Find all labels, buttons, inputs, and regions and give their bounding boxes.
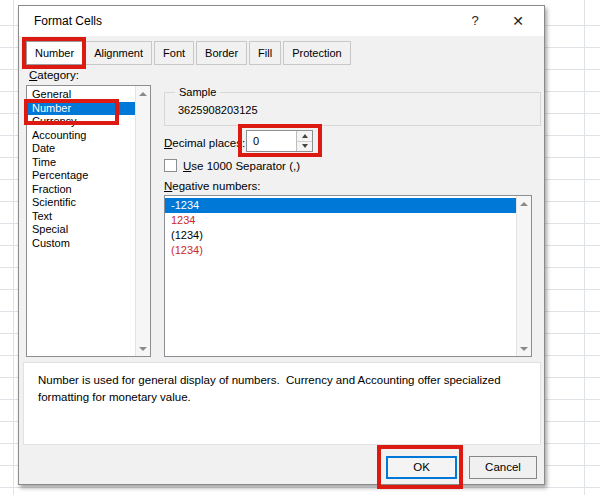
category-scrollbar[interactable] — [135, 86, 150, 356]
sample-label: Sample — [175, 86, 220, 98]
use-1000-separator-label: Use 1000 Separator (,) — [183, 160, 300, 172]
scroll-down-icon[interactable] — [517, 341, 531, 356]
category-item[interactable]: Accounting — [27, 129, 135, 143]
scroll-down-icon[interactable] — [136, 341, 150, 356]
spinner-down-icon[interactable] — [297, 141, 312, 152]
use-1000-separator-row: Use 1000 Separator (,) — [164, 159, 300, 172]
category-item[interactable]: Number — [27, 102, 135, 116]
category-item[interactable]: Percentage — [27, 169, 135, 183]
category-item[interactable]: Fraction — [27, 183, 135, 197]
sample-value: 3625908203125 — [178, 104, 258, 116]
tab-bar: NumberAlignmentFontBorderFillProtection — [26, 41, 353, 65]
negative-number-option[interactable]: 1234 — [165, 213, 516, 228]
category-item[interactable]: Time — [27, 156, 135, 170]
category-item[interactable]: General — [27, 88, 135, 102]
category-item[interactable]: Custom — [27, 237, 135, 251]
category-description: Number is used for general display of nu… — [23, 362, 541, 445]
negative-numbers-scrollbar[interactable] — [516, 196, 531, 356]
category-listbox: GeneralNumberCurrencyAccountingDateTimeP… — [26, 85, 151, 357]
decimal-places-input[interactable]: 0 — [246, 130, 313, 152]
category-label: Category: — [29, 69, 79, 81]
category-item[interactable]: Date — [27, 142, 135, 156]
decimal-places-value: 0 — [253, 131, 259, 151]
sample-groupbox: Sample 3625908203125 — [164, 92, 541, 126]
ok-button[interactable]: OK — [386, 456, 457, 479]
close-icon[interactable]: ✕ — [504, 6, 532, 36]
category-item[interactable]: Scientific — [27, 196, 135, 210]
format-cells-dialog: Format Cells ? ✕ NumberAlignmentFontBord… — [18, 5, 545, 485]
tab[interactable]: Protection — [283, 41, 351, 65]
category-item[interactable]: Special — [27, 223, 135, 237]
negative-numbers-listbox: -12341234(1234)(1234) — [164, 195, 532, 357]
dialog-title: Format Cells — [34, 6, 102, 36]
tab[interactable]: Border — [196, 41, 247, 65]
tab[interactable]: Fill — [249, 41, 281, 65]
dialog-titlebar: Format Cells ? ✕ — [19, 6, 544, 36]
scroll-up-icon[interactable] — [517, 196, 531, 211]
use-1000-separator-checkbox[interactable] — [164, 159, 177, 172]
spinner-up-icon[interactable] — [297, 131, 312, 141]
negative-number-option[interactable]: (1234) — [165, 243, 516, 258]
tab[interactable]: Alignment — [85, 41, 152, 65]
negative-number-option[interactable]: (1234) — [165, 228, 516, 243]
help-icon[interactable]: ? — [463, 6, 487, 36]
negative-number-option[interactable]: -1234 — [165, 198, 516, 213]
scroll-up-icon[interactable] — [136, 86, 150, 101]
tab[interactable]: Number — [26, 41, 83, 65]
cancel-button[interactable]: Cancel — [469, 456, 537, 479]
negative-numbers-label: Negative numbers: — [164, 180, 261, 192]
tab[interactable]: Font — [154, 41, 194, 65]
category-item[interactable]: Text — [27, 210, 135, 224]
decimal-places-spinner — [296, 131, 312, 151]
decimal-places-label: Decimal places: — [164, 137, 245, 149]
excel-gridline-vertical — [13, 0, 14, 495]
excel-gridline-vertical — [584, 0, 585, 495]
category-item[interactable]: Currency — [27, 115, 135, 129]
